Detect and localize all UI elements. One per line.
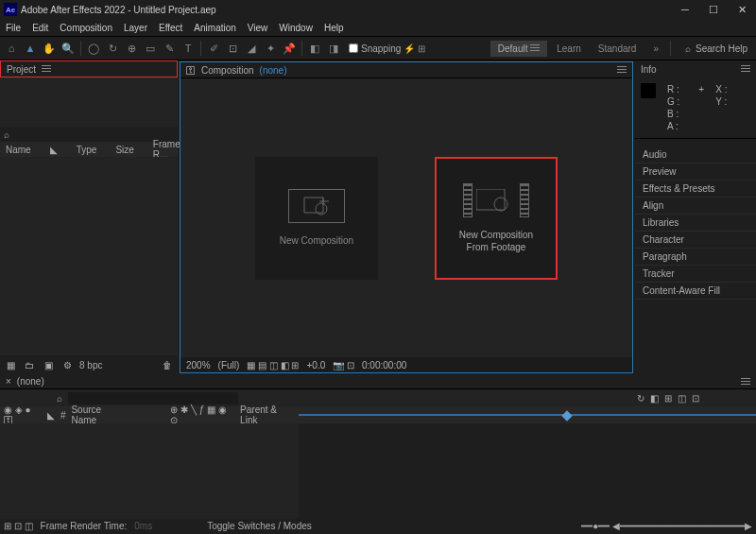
maximize-button[interactable]: ☐ bbox=[699, 0, 728, 19]
svg-point-1 bbox=[494, 198, 507, 211]
minimize-button[interactable]: ─ bbox=[671, 0, 699, 19]
text-tool[interactable]: T bbox=[180, 40, 197, 57]
composition-panel: ⚿ Composition (none) New Composition New… bbox=[180, 61, 633, 373]
panel-align[interactable]: Align bbox=[635, 198, 756, 215]
tl-footer-icon[interactable]: ⊞ ⊡ ◫ bbox=[4, 521, 33, 531]
menu-window[interactable]: Window bbox=[279, 23, 313, 33]
eraser-tool[interactable]: ◢ bbox=[243, 40, 260, 57]
rectangle-tool[interactable]: ▭ bbox=[142, 40, 159, 57]
tag-icon[interactable]: ◣ bbox=[47, 410, 55, 421]
panel-tracker[interactable]: Tracker bbox=[635, 266, 756, 283]
composition-tab-label[interactable]: Composition bbox=[201, 65, 254, 76]
tl-icon-4[interactable]: ◫ bbox=[678, 393, 686, 404]
panel-content-aware-fill[interactable]: Content-Aware Fill bbox=[635, 283, 756, 300]
new-comp-icon[interactable]: ▣ bbox=[42, 358, 55, 371]
tl-icon-5[interactable]: ⊡ bbox=[692, 393, 699, 404]
orbit-tool[interactable]: ◯ bbox=[85, 40, 102, 57]
brush-tool[interactable]: ✐ bbox=[205, 40, 222, 57]
tl-icon-3[interactable]: ⊞ bbox=[664, 393, 672, 404]
project-tab[interactable]: Project bbox=[0, 60, 178, 78]
resolution[interactable]: (Full) bbox=[218, 360, 240, 370]
project-columns: Name ◣ Type Size Frame R... bbox=[0, 142, 178, 157]
col-type[interactable]: Type bbox=[77, 145, 97, 155]
render-time-label: Frame Render Time: bbox=[41, 521, 128, 531]
pen-tool[interactable]: ✎ bbox=[161, 40, 178, 57]
workspace-default[interactable]: Default bbox=[490, 41, 547, 57]
col-parent-link[interactable]: Parent & Link bbox=[240, 405, 295, 425]
search-icon: ⌕ bbox=[57, 393, 62, 404]
timeline-tab-none[interactable]: (none) bbox=[17, 376, 44, 387]
menu-file[interactable]: File bbox=[6, 23, 21, 33]
pan-behind-tool[interactable]: ⊕ bbox=[123, 40, 140, 57]
toggle-switches-modes[interactable]: Toggle Switches / Modes bbox=[207, 521, 312, 531]
project-panel: Project ⌕ Name ◣ Type Size Frame R... ▦ … bbox=[0, 60, 178, 374]
puppet-tool[interactable]: 📌 bbox=[281, 40, 298, 57]
render-time-value: 0ms bbox=[134, 521, 152, 531]
clone-tool[interactable]: ⊡ bbox=[224, 40, 241, 57]
right-panels: Info R :G : B :A : + X :Y : Audio Previe… bbox=[635, 60, 756, 374]
hamburger-icon[interactable] bbox=[42, 65, 51, 73]
menu-view[interactable]: View bbox=[248, 23, 268, 33]
project-settings-icon[interactable]: ⚙ bbox=[60, 358, 74, 371]
new-composition-label: New Composition bbox=[280, 234, 353, 247]
panel-menu-icon[interactable] bbox=[617, 66, 627, 74]
roto-tool[interactable]: ✦ bbox=[262, 40, 279, 57]
tag-icon[interactable]: ◣ bbox=[50, 145, 58, 155]
timeline-search[interactable] bbox=[68, 392, 238, 405]
timeline-ruler[interactable] bbox=[299, 414, 756, 416]
menu-help[interactable]: Help bbox=[324, 23, 344, 33]
menu-layer[interactable]: Layer bbox=[124, 23, 147, 33]
home-tool[interactable]: ⌂ bbox=[3, 40, 20, 57]
extra-tool-2[interactable]: ◨ bbox=[325, 40, 342, 57]
tl-icon-2[interactable]: ◧ bbox=[650, 393, 659, 404]
workspace-standard[interactable]: Standard bbox=[591, 41, 644, 57]
search-icon[interactable]: ⌕ bbox=[4, 129, 9, 140]
menu-composition[interactable]: Composition bbox=[60, 23, 112, 33]
folder-icon[interactable]: 🗀 bbox=[23, 358, 36, 371]
new-composition-from-footage-card[interactable]: New CompositionFrom Footage bbox=[435, 157, 558, 280]
col-source-name[interactable]: Source Name bbox=[71, 405, 127, 425]
snapping-toggle[interactable]: Snapping ⚡ ⊞ bbox=[349, 43, 425, 54]
close-button[interactable]: ✕ bbox=[728, 0, 756, 19]
zoom-tool[interactable]: 🔍 bbox=[60, 40, 77, 57]
panel-preview[interactable]: Preview bbox=[635, 164, 756, 181]
bpc-label[interactable]: 8 bpc bbox=[79, 360, 102, 370]
app-icon: Ae bbox=[4, 3, 17, 16]
panel-character[interactable]: Character bbox=[635, 232, 756, 249]
menu-effect[interactable]: Effect bbox=[159, 23, 182, 33]
new-composition-card[interactable]: New Composition bbox=[255, 157, 378, 280]
workspace-more[interactable]: » bbox=[645, 41, 666, 57]
col-size[interactable]: Size bbox=[115, 145, 133, 155]
search-icon: ⌕ bbox=[685, 43, 691, 54]
trash-icon[interactable]: 🗑 bbox=[161, 358, 174, 371]
zoom-level[interactable]: 200% bbox=[186, 360, 211, 370]
workspace-learn[interactable]: Learn bbox=[549, 41, 589, 57]
exposure[interactable]: +0.0 bbox=[306, 360, 325, 370]
playhead[interactable] bbox=[561, 410, 572, 421]
snapping-checkbox[interactable] bbox=[349, 43, 358, 53]
menu-animation[interactable]: Animation bbox=[194, 23, 235, 33]
rotate-tool[interactable]: ↻ bbox=[104, 40, 121, 57]
panel-effects-presets[interactable]: Effects & Presets bbox=[635, 181, 756, 198]
panel-audio[interactable]: Audio bbox=[635, 146, 756, 164]
panel-libraries[interactable]: Libraries bbox=[635, 215, 756, 232]
panel-menu-icon[interactable] bbox=[741, 378, 750, 386]
interpret-icon[interactable]: ▦ bbox=[4, 358, 17, 371]
menubar: File Edit Composition Layer Effect Anima… bbox=[0, 19, 756, 36]
lock-icon[interactable]: ⚿ bbox=[186, 65, 196, 76]
timecode[interactable]: 0:00:00:00 bbox=[362, 360, 406, 370]
search-help[interactable]: Search Help bbox=[696, 43, 747, 54]
selection-tool[interactable]: ▲ bbox=[22, 40, 39, 57]
new-composition-from-footage-label: New CompositionFrom Footage bbox=[459, 229, 533, 253]
panel-paragraph[interactable]: Paragraph bbox=[635, 249, 756, 266]
snapping-label: Snapping bbox=[361, 43, 401, 54]
window-title: Adobe After Effects 2022 - Untitled Proj… bbox=[21, 5, 216, 15]
composition-none: (none) bbox=[260, 65, 287, 76]
info-panel-title[interactable]: Info bbox=[641, 64, 657, 75]
tl-icon-1[interactable]: ↻ bbox=[637, 393, 644, 404]
col-name[interactable]: Name bbox=[6, 145, 31, 155]
extra-tool-1[interactable]: ◧ bbox=[306, 40, 323, 57]
menu-edit[interactable]: Edit bbox=[32, 23, 48, 33]
panel-menu-icon[interactable] bbox=[741, 65, 750, 73]
hand-tool[interactable]: ✋ bbox=[41, 40, 58, 57]
